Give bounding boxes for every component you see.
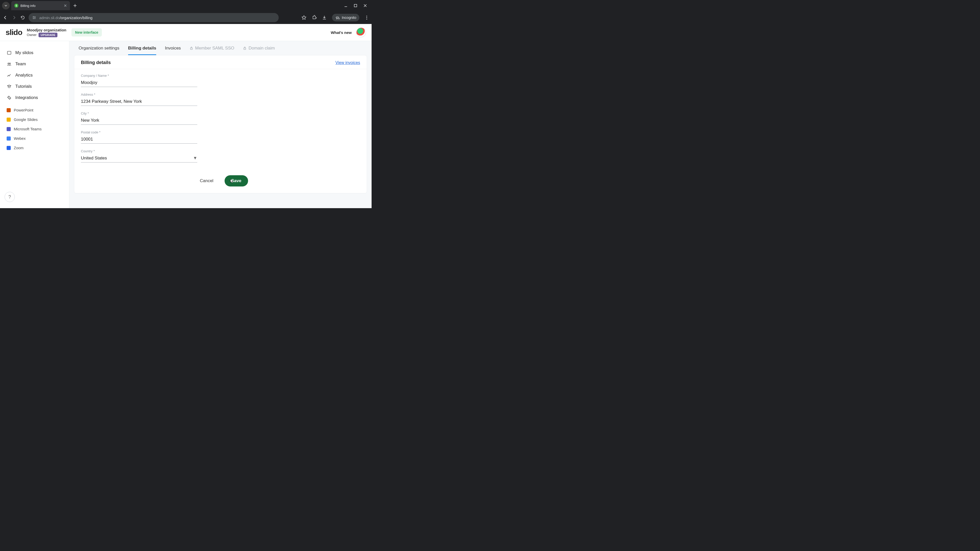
org-block: Moodjoy organization Owner UPGRADE [27, 28, 66, 37]
google-slides-icon [6, 118, 11, 122]
tab-org-settings[interactable]: Organization settings [79, 46, 119, 55]
zoom-icon [6, 146, 11, 150]
microsoft-teams-icon [6, 127, 11, 131]
tab-member-saml-sso[interactable]: Member SAML SSO [189, 46, 234, 55]
save-button[interactable]: Save [224, 175, 248, 186]
incognito-icon [335, 15, 340, 20]
incognito-chip[interactable]: Incognito [332, 14, 360, 21]
sidebar: My slidos Team Analytics Tutorials Integ… [0, 41, 69, 208]
close-icon [64, 4, 67, 7]
app-body: My slidos Team Analytics Tutorials Integ… [0, 41, 372, 208]
tab-close-button[interactable] [64, 4, 67, 7]
tune-icon [32, 16, 36, 20]
help-button[interactable]: ? [5, 192, 15, 202]
tab-domain-claim[interactable]: Domain claim [243, 46, 275, 55]
powerpoint-icon [6, 108, 11, 112]
header-right: What's new [331, 27, 366, 37]
integrations-icon [6, 95, 12, 100]
postal-input[interactable] [81, 135, 197, 144]
svg-point-1 [33, 16, 34, 17]
billing-card: Billing details View invoices Company / … [74, 55, 367, 193]
browser-chrome: S Billing info admin.sli.do/organization… [0, 0, 372, 24]
upgrade-badge[interactable]: UPGRADE [38, 33, 57, 37]
integration-microsoft-teams[interactable]: Microsoft Teams [3, 124, 66, 134]
org-sub: Owner UPGRADE [27, 33, 66, 37]
nav-reload-button[interactable] [20, 15, 25, 21]
city-input[interactable] [81, 116, 197, 125]
minimize-icon [344, 4, 348, 7]
sidebar-item-my-slidos[interactable]: My slidos [3, 47, 66, 59]
field-label: Address * [81, 93, 272, 97]
content: Organization settings Billing details In… [69, 41, 372, 208]
org-name: Moodjoy organization [27, 28, 66, 32]
tab-label: Billing details [128, 46, 156, 51]
maximize-icon [354, 4, 357, 7]
tab-bar: S Billing info [0, 0, 372, 11]
tab-title: Billing info [21, 4, 35, 8]
window-close-button[interactable] [363, 4, 367, 7]
view-invoices-link[interactable]: View invoices [335, 60, 360, 65]
billing-form: Company / Name * Address * City * Postal… [74, 69, 278, 162]
avatar[interactable] [356, 27, 366, 37]
tab-billing-details[interactable]: Billing details [128, 46, 156, 55]
sidebar-item-team[interactable]: Team [3, 59, 66, 70]
sidebar-item-integrations[interactable]: Integrations [3, 92, 66, 103]
app-header: slido Moodjoy organization Owner UPGRADE… [0, 24, 372, 41]
whats-new-link[interactable]: What's new [331, 30, 352, 35]
sidebar-item-tutorials[interactable]: Tutorials [3, 81, 66, 92]
save-label: Save [231, 178, 242, 183]
bookmark-button[interactable] [301, 15, 307, 20]
field-city: City * [81, 111, 272, 125]
company-input[interactable] [81, 79, 197, 87]
svg-rect-7 [7, 51, 11, 54]
integration-webex[interactable]: Webex [3, 134, 66, 143]
new-interface-badge[interactable]: New interface [72, 28, 102, 37]
window-maximize-button[interactable] [354, 4, 357, 7]
star-icon [301, 15, 307, 20]
tab-label: Organization settings [79, 46, 119, 51]
browser-menu-button[interactable] [364, 15, 369, 20]
nav-forward-button[interactable] [11, 15, 17, 21]
country-value: United States [81, 156, 107, 161]
tutorials-icon [6, 84, 12, 89]
card-header: Billing details View invoices [74, 60, 367, 69]
url-field[interactable]: admin.sli.do/organization/billing [29, 13, 279, 22]
sidebar-item-label: Team [15, 62, 26, 67]
field-label: City * [81, 111, 272, 115]
extensions-button[interactable] [312, 15, 317, 20]
sidebar-item-label: Integrations [15, 95, 38, 100]
tab-search-button[interactable] [2, 2, 10, 10]
help-label: ? [8, 194, 11, 200]
site-settings-icon[interactable] [32, 16, 36, 20]
url-path: /organization/billing [60, 16, 92, 20]
settings-tabs: Organization settings Billing details In… [69, 41, 372, 55]
reload-icon [21, 15, 25, 20]
cancel-button[interactable]: Cancel [193, 175, 220, 186]
new-tab-button[interactable] [72, 2, 79, 9]
sidebar-item-label: My slidos [15, 50, 33, 56]
country-select[interactable]: United States ▼ [81, 154, 197, 162]
logo[interactable]: slido [6, 28, 22, 37]
integration-google-slides[interactable]: Google Slides [3, 115, 66, 124]
lock-icon [189, 46, 193, 50]
downloads-button[interactable] [322, 15, 327, 20]
integration-powerpoint[interactable]: PowerPoint [3, 105, 66, 115]
role-label: Owner [27, 33, 37, 37]
app-root: slido Moodjoy organization Owner UPGRADE… [0, 24, 372, 208]
nav-back-button[interactable] [3, 15, 8, 21]
field-postal: Postal code * [81, 130, 272, 144]
kebab-icon [364, 15, 369, 20]
sidebar-item-analytics[interactable]: Analytics [3, 70, 66, 81]
browser-tab-active[interactable]: S Billing info [11, 1, 70, 10]
url-host: admin.sli.do [39, 16, 60, 20]
integration-label: Zoom [14, 146, 24, 150]
svg-point-8 [8, 63, 9, 64]
svg-rect-10 [190, 48, 192, 49]
svg-rect-0 [354, 4, 357, 7]
tab-invoices[interactable]: Invoices [165, 46, 181, 55]
integration-zoom[interactable]: Zoom [3, 143, 66, 152]
address-input[interactable] [81, 97, 197, 106]
integration-label: Microsoft Teams [14, 127, 41, 131]
window-minimize-button[interactable] [344, 4, 348, 7]
svg-point-3 [33, 18, 34, 19]
